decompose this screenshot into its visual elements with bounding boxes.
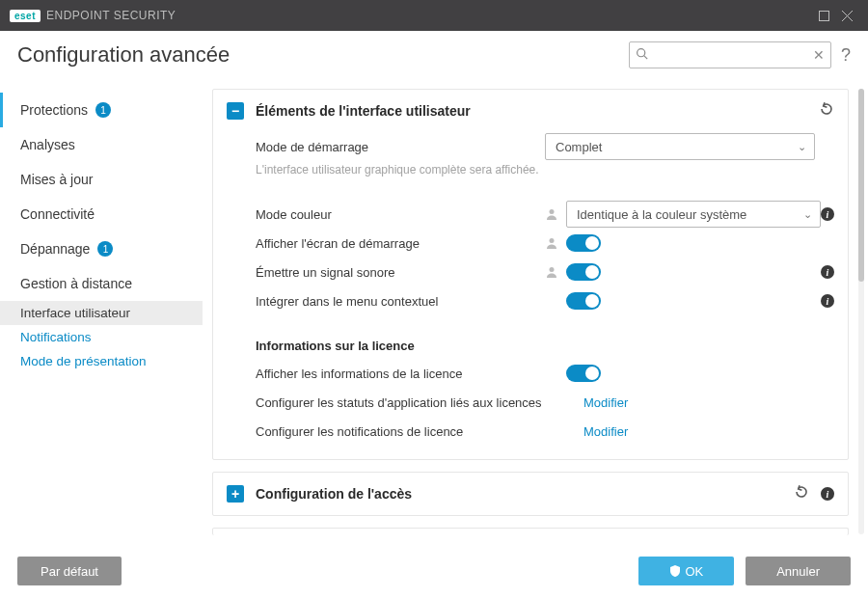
sidebar-item-label: Connectivité — [20, 206, 95, 222]
chevron-down-icon: ⌄ — [798, 141, 806, 153]
license-subhead: Informations sur la licence — [256, 339, 834, 353]
sidebar-item-protections[interactable]: Protections 1 — [0, 93, 203, 127]
color-mode-label: Mode couleur — [256, 207, 545, 222]
shield-icon — [669, 565, 681, 577]
ok-button[interactable]: OK — [638, 557, 734, 585]
beep-toggle[interactable] — [566, 263, 601, 281]
show-license-label: Afficher les informations de la licence — [256, 367, 545, 381]
select-value: Complet — [556, 140, 602, 154]
config-notif-label: Configurer les notifications de licence — [256, 424, 583, 439]
row-splash: Afficher l'écran de démarrage — [256, 229, 834, 258]
start-mode-label: Mode de démarrage — [256, 140, 545, 154]
row-context-menu: Intégrer dans le menu contextuel i — [256, 286, 834, 315]
splash-toggle[interactable] — [566, 234, 601, 252]
row-beep: Émettre un signal sonore i — [256, 258, 834, 286]
svg-rect-0 — [819, 11, 828, 20]
sidebar-item-label: Dépannage — [20, 241, 90, 257]
content: − Éléments de l'interface utilisateur Mo… — [203, 79, 868, 544]
sidebar-item-remote[interactable]: Gestion à distance — [0, 266, 203, 301]
maximize-icon[interactable] — [812, 4, 835, 27]
panel-title: Éléments de l'interface utilisateur — [256, 103, 807, 119]
sidebar-item-label: Protections — [20, 102, 88, 118]
svg-point-5 — [550, 209, 555, 214]
beep-label: Émettre un signal sonore — [256, 265, 545, 280]
chevron-down-icon: ⌄ — [803, 208, 812, 221]
info-icon[interactable]: i — [821, 207, 834, 221]
row-config-notif: Configurer les notifications de licence … — [256, 417, 834, 446]
sidebar-item-label: Analyses — [20, 137, 75, 152]
splash-label: Afficher l'écran de démarrage — [256, 236, 545, 251]
row-start-mode: Mode de démarrage Complet ⌄ — [256, 132, 834, 161]
brand: eset ENDPOINT SECURITY — [10, 9, 176, 22]
product-name: ENDPOINT SECURITY — [46, 9, 176, 22]
footer: Par défaut OK Annuler — [0, 544, 868, 598]
start-mode-hint: L'interface utilisateur graphique complè… — [256, 163, 834, 177]
sidebar-item-troubleshoot[interactable]: Dépannage 1 — [0, 231, 203, 266]
cancel-button[interactable]: Annuler — [746, 557, 851, 585]
user-icon — [545, 207, 558, 221]
sidebar-item-connectivity[interactable]: Connectivité — [0, 197, 203, 231]
sidebar-item-label: Mises à jour — [20, 172, 93, 187]
svg-point-3 — [637, 49, 645, 57]
ok-label: OK — [685, 564, 703, 579]
search-icon — [636, 46, 648, 64]
panel-cutoff — [212, 528, 849, 535]
collapse-icon[interactable]: − — [227, 102, 244, 120]
modify-link[interactable]: Modifier — [583, 395, 628, 410]
panel-ui-elements: − Éléments de l'interface utilisateur Mo… — [212, 89, 849, 460]
show-license-toggle[interactable] — [566, 365, 601, 382]
sidebar-item-label: Mode de présentation — [20, 354, 147, 368]
config-status-label: Configurer les statuts d'application lié… — [256, 395, 583, 410]
context-label: Intégrer dans le menu contextuel — [256, 294, 545, 309]
svg-point-7 — [550, 267, 555, 272]
modify-link[interactable]: Modifier — [583, 424, 628, 439]
search-box[interactable]: ✕ — [629, 41, 831, 68]
user-icon — [545, 236, 558, 250]
svg-line-4 — [644, 56, 647, 59]
default-button[interactable]: Par défaut — [17, 557, 122, 585]
expand-icon[interactable]: + — [227, 485, 244, 503]
sidebar-item-label: Notifications — [20, 330, 92, 344]
close-icon[interactable] — [835, 4, 858, 27]
svg-point-6 — [550, 238, 555, 243]
badge: 1 — [97, 241, 113, 257]
scrollbar-thumb[interactable] — [858, 89, 864, 282]
badge: 1 — [95, 102, 111, 118]
sidebar-item-label: Gestion à distance — [20, 276, 132, 291]
sidebar-item-updates[interactable]: Mises à jour — [0, 162, 203, 197]
select-value: Identique à la couleur système — [577, 207, 746, 222]
sidebar-sub-notifications[interactable]: Notifications — [0, 325, 203, 349]
revert-icon[interactable] — [794, 484, 809, 503]
panel-access-config: + Configuration de l'accès i — [212, 472, 849, 516]
search-input[interactable] — [630, 42, 830, 68]
sidebar-item-label: Interface utilisateur — [20, 306, 130, 320]
panel-title: Configuration de l'accès — [256, 486, 782, 502]
row-color-mode: Mode couleur Identique à la couleur syst… — [256, 200, 834, 229]
titlebar: eset ENDPOINT SECURITY — [0, 0, 868, 31]
info-icon[interactable]: i — [821, 294, 834, 308]
color-mode-select[interactable]: Identique à la couleur système ⌄ — [566, 201, 821, 228]
start-mode-select[interactable]: Complet ⌄ — [545, 133, 815, 160]
revert-icon[interactable] — [819, 101, 834, 121]
help-icon[interactable]: ? — [841, 45, 851, 66]
info-icon[interactable]: i — [821, 487, 834, 501]
header: Configuration avancée ✕ ? — [0, 31, 868, 79]
sidebar-sub-presentation[interactable]: Mode de présentation — [0, 349, 203, 373]
row-config-status: Configurer les statuts d'application lié… — [256, 388, 834, 417]
clear-search-icon[interactable]: ✕ — [813, 47, 825, 63]
context-toggle[interactable] — [566, 292, 601, 310]
info-icon[interactable]: i — [821, 265, 834, 279]
row-show-license: Afficher les informations de la licence — [256, 359, 834, 388]
panel-header[interactable]: + Configuration de l'accès i — [213, 473, 848, 515]
sidebar: Protections 1 Analyses Mises à jour Conn… — [0, 79, 203, 544]
user-icon — [545, 265, 558, 279]
sidebar-sub-interface[interactable]: Interface utilisateur — [0, 301, 203, 325]
brand-logo: eset — [10, 10, 41, 22]
panel-header[interactable]: − Éléments de l'interface utilisateur — [213, 90, 848, 132]
sidebar-item-analyses[interactable]: Analyses — [0, 127, 203, 162]
page-title: Configuration avancée — [17, 42, 629, 68]
